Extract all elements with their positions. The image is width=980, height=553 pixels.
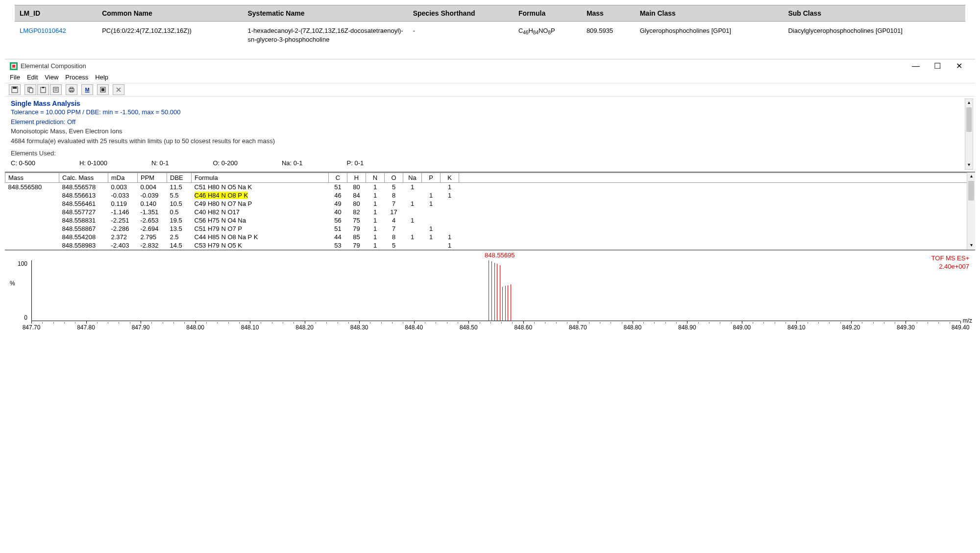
th-common-name[interactable]: Common Name [97,5,243,22]
m-icon[interactable]: M [81,84,93,95]
range-c: C: 0-500 [11,159,35,167]
th-ppm[interactable]: PPM [138,173,167,182]
cell-dbe: 13.5 [167,225,192,233]
menu-file[interactable]: File [10,74,20,81]
scroll-up-icon[interactable]: ▴ [965,99,973,107]
th-c[interactable]: C [329,173,347,182]
cell-h: 82 [347,208,366,216]
results-scroll-down-icon[interactable]: ▾ [967,242,975,250]
app-icon [10,62,18,70]
cell-h: 79 [347,241,366,250]
cell-k [441,200,459,208]
th-h[interactable]: H [347,173,366,182]
close-button[interactable]: ✕ [953,61,965,71]
copy-icon[interactable] [24,84,36,95]
th-lmid[interactable]: LM_ID [15,5,97,22]
th-p[interactable]: P [422,173,441,182]
th-formula[interactable]: Formula [192,173,329,182]
cell-o: 7 [385,200,403,208]
cell-mda: -2.251 [108,216,138,225]
analysis-title: Single Mass Analysis [11,100,969,107]
scroll-thumb[interactable] [966,107,972,132]
save-icon[interactable] [9,84,21,95]
spectrum-y-labels: 100 0 [16,260,27,321]
results-header-row: Mass Calc. Mass mDa PPM DBE Formula C H … [5,173,976,182]
results-row[interactable]: 848.556580848.5565780.0030.00411.5C51 H8… [5,182,976,191]
cell-o: 5 [385,182,403,191]
th-sub-class[interactable]: Sub Class [783,5,965,22]
results-row[interactable]: 848.558831-2.251-2.65319.5C56 H75 N O4 N… [5,216,976,225]
results-row[interactable]: 848.558983-2.403-2.83214.5C53 H79 N O5 K… [5,241,976,250]
cell-formula: C51 H79 N O7 P [192,225,329,233]
results-scroll-thumb[interactable] [968,181,974,201]
y-100: 100 [16,260,27,267]
header-scrollbar[interactable]: ▴ ▾ [965,99,973,170]
th-calc-mass[interactable]: Calc. Mass [59,173,108,182]
cancel-icon[interactable] [113,84,124,95]
th-dbe[interactable]: DBE [167,173,192,182]
lipid-mass: 809.5935 [582,22,635,50]
cell-c: 51 [329,225,347,233]
th-systematic[interactable]: Systematic Name [243,5,408,22]
th-formula[interactable]: Formula [514,5,582,22]
minimize-button[interactable]: — [909,62,922,71]
properties-icon[interactable] [50,84,62,95]
th-k[interactable]: K [441,173,459,182]
menu-process[interactable]: Process [65,74,88,81]
th-o[interactable]: O [385,173,403,182]
cell-calc: 848.554208 [59,233,108,241]
menu-view[interactable]: View [45,74,58,81]
lipid-id-link[interactable]: LMGP01010642 [20,27,66,34]
spectrum-plot-area[interactable]: 848.55695 [31,260,960,321]
print-icon[interactable] [66,84,77,95]
cell-h: 79 [347,225,366,233]
cell-n: 1 [366,241,385,250]
x-tick-label: 848.70 [569,324,587,331]
monoisotopic-line: Monoisotopic Mass, Even Electron Ions [11,126,969,136]
scroll-down-icon[interactable]: ▾ [965,161,973,169]
th-filler [459,173,976,182]
cell-o: 8 [385,233,403,241]
cell-c: 44 [329,233,347,241]
results-row[interactable]: 848.556613-0.033-0.0395.5C46 H84 N O8 P … [5,191,976,200]
menu-edit[interactable]: Edit [27,74,38,81]
th-mass[interactable]: Mass [582,5,635,22]
th-na[interactable]: Na [403,173,422,182]
th-mass[interactable]: Mass [5,173,59,182]
cell-mass [5,191,59,200]
cell-dbe: 11.5 [167,182,192,191]
th-main-class[interactable]: Main Class [635,5,784,22]
results-scroll-up-icon[interactable]: ▴ [967,173,975,180]
results-row[interactable]: 848.5564610.1190.14010.5C49 H80 N O7 Na … [5,200,976,208]
results-scrollbar[interactable]: ▴ ▾ [967,173,975,250]
x-tick-label: 848.20 [295,324,314,331]
results-row[interactable]: 848.557727-1.146-1.3510.5C40 H82 N O1740… [5,208,976,216]
menu-help[interactable]: Help [95,74,108,81]
th-species[interactable]: Species Shorthand [408,5,514,22]
lipid-main-class: Glycerophosphocholines [GP01] [635,22,784,50]
cell-o: 17 [385,208,403,216]
th-mda[interactable]: mDa [108,173,138,182]
elemental-composition-window: Elemental Composition — ☐ ✕ File Edit Vi… [5,59,975,339]
maximize-button[interactable]: ☐ [931,61,944,71]
th-n[interactable]: N [366,173,385,182]
cell-na: 1 [403,216,422,225]
results-row[interactable]: 848.5542082.3722.7952.5C44 H85 N O8 Na P… [5,233,976,241]
x-tick-label: 849.30 [897,324,915,331]
svg-rect-16 [101,88,104,91]
cell-filler [459,225,976,233]
cell-dbe: 10.5 [167,200,192,208]
results-row[interactable]: 848.558867-2.286-2.69413.5C51 H79 N O7 P… [5,225,976,233]
cell-ppm: -2.832 [138,241,167,250]
x-tick-label: 847.70 [23,324,41,331]
cell-n: 1 [366,225,385,233]
cell-na [403,225,422,233]
spectrum-y-axis [31,260,32,321]
menubar: File Edit View Process Help [5,73,975,83]
cell-ppm: -2.653 [138,216,167,225]
cell-o: 5 [385,241,403,250]
fit-icon[interactable] [97,84,109,95]
range-na: Na: 0-1 [282,159,303,167]
paste-icon[interactable] [37,84,49,95]
lipid-formula: C46H84NO8P [514,22,582,50]
